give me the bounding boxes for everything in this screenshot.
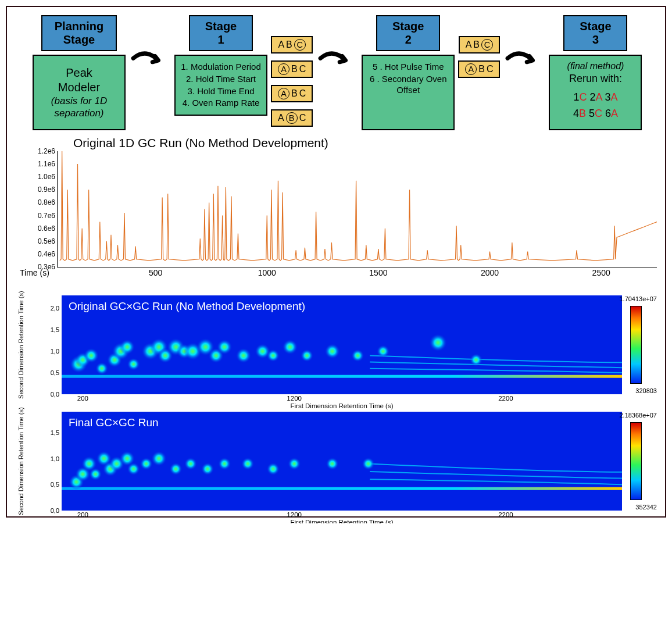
heatmap2-colorbar: 2.18368e+07 352342 (625, 412, 657, 511)
y-tick: 1.1e6 (38, 160, 58, 168)
x-tick: 500 (149, 267, 162, 277)
heatmap2-title: Final GC×GC Run (69, 416, 159, 429)
final-selection: 1C (573, 91, 589, 103)
final-selection: 4B (573, 108, 589, 119)
stage1-item: 1. Modulation Period (180, 62, 262, 73)
planning-box: PeakModeler (basis for 1Dseparation) (33, 55, 126, 130)
y-tick: 0,0 (51, 507, 59, 514)
stage2-choices: ABCABC (458, 36, 500, 78)
y-tick: 1.2e6 (38, 147, 58, 155)
stage1-header: Stage1 (189, 15, 253, 51)
colorbar-max: 2.18368e+07 (619, 412, 657, 419)
stage1-item: 2. Hold Time Start (180, 74, 262, 85)
y-tick: 0.5e6 (38, 237, 58, 245)
y-tick: 1,0 (51, 348, 59, 355)
y-tick: 0,5 (51, 369, 59, 376)
x-tick: 2000 (481, 267, 499, 277)
y-tick: 1,5 (51, 326, 59, 333)
y-tick: 0.7e6 (38, 212, 58, 220)
choice-pill: ABC (271, 36, 312, 53)
y-tick: 1,5 (51, 429, 59, 436)
chromatogram-1d-title: Original 1D GC Run (No Method Developmen… (73, 136, 657, 150)
stage2-item: 5 . Hot Pulse Time (367, 62, 449, 73)
heatmap2-ylabel: Second Dimension Retention Time (s) (17, 407, 24, 515)
stage1-choices: ABCABCABCABC (271, 36, 313, 127)
heatmap2-xlabel: First Dimension Retention Time (s) (290, 511, 393, 523)
heatmap1-title: Original GC×GC Run (No Method Developmen… (69, 300, 305, 313)
stage1-item: 4. Oven Ramp Rate (180, 98, 262, 109)
x-tick: 1500 (369, 267, 387, 277)
stage3-note: (final method) (555, 60, 636, 72)
y-tick: 0.6e6 (38, 224, 58, 233)
y-tick: 0.9e6 (38, 185, 58, 194)
chromatogram-1d: Original 1D GC Run (No Method Developmen… (15, 136, 657, 278)
planning-body: PeakModeler (38, 66, 120, 95)
heatmap1-xlabel: First Dimension Retention Time (s) (290, 394, 393, 409)
colorbar-max: 1.70413e+07 (619, 295, 657, 302)
y-tick: 1,0 (51, 455, 59, 462)
stage2-box: 5 . Hot Pulse Time6 . Secondary Oven Off… (362, 55, 455, 130)
x-tick: 2500 (592, 267, 610, 277)
arrow-icon (129, 15, 171, 114)
y-tick: 0,0 (51, 391, 59, 398)
arrow-icon (503, 15, 545, 114)
choice-pill: ABC (271, 109, 313, 127)
choice-pill: ABC (459, 36, 500, 53)
heatmap-original: Second Dimension Retention Time (s) 0,00… (15, 295, 657, 394)
planning-note: (basis for 1Dseparation) (38, 95, 120, 120)
choice-pill: ABC (271, 60, 313, 78)
y-tick: 0.3e6 (38, 263, 58, 271)
x-tick: 2200 (498, 511, 513, 518)
x-tick: 200 (77, 394, 88, 402)
stage1-item: 3. Hold Time End (180, 86, 262, 97)
y-tick: 2,0 (51, 305, 59, 312)
y-tick: 0.8e6 (38, 198, 58, 206)
x-tick: 1200 (287, 511, 302, 518)
figure-frame: PlanningStage PeakModeler (basis for 1Ds… (6, 6, 666, 518)
x-tick: 200 (77, 511, 88, 518)
heatmap1-ylabel: Second Dimension Retention Time (s) (17, 291, 24, 398)
stage1-box: 1. Modulation Period2. Hold Time Start3.… (174, 55, 267, 116)
final-selection: 2A (589, 91, 605, 103)
heatmap1-colorbar: 1.70413e+07 320803 (625, 295, 657, 394)
choice-pill: ABC (271, 85, 313, 102)
final-selection: 3A (605, 91, 617, 103)
stage2-item: 6 . Secondary Oven Offset (367, 74, 449, 96)
colorbar-min: 320803 (635, 387, 657, 394)
colorbar-min: 352342 (635, 504, 657, 511)
y-tick: 0,5 (51, 481, 59, 488)
x-tick: 1000 (258, 267, 276, 277)
stage3-header: Stage3 (563, 15, 627, 51)
stage3-box: (final method) Rerun with: 1C 2A 3A 4B 5… (549, 55, 642, 130)
planning-header: PlanningStage (41, 15, 117, 51)
choice-pill: ABC (458, 60, 500, 78)
stage3-rerun-label: Rerun with: (555, 72, 636, 85)
x-tick: 2200 (498, 394, 513, 402)
y-tick: 1.0e6 (38, 173, 58, 181)
final-selection: 5C (589, 108, 605, 119)
flowchart: PlanningStage PeakModeler (basis for 1Ds… (15, 15, 657, 136)
heatmap-final: Second Dimension Retention Time (s) 0,00… (15, 412, 657, 511)
y-tick: 0.4e6 (38, 250, 58, 258)
arrow-icon (316, 15, 358, 114)
stage2-header: Stage2 (376, 15, 440, 51)
x-tick: 1200 (287, 394, 302, 402)
final-selection: 6A (605, 108, 618, 119)
